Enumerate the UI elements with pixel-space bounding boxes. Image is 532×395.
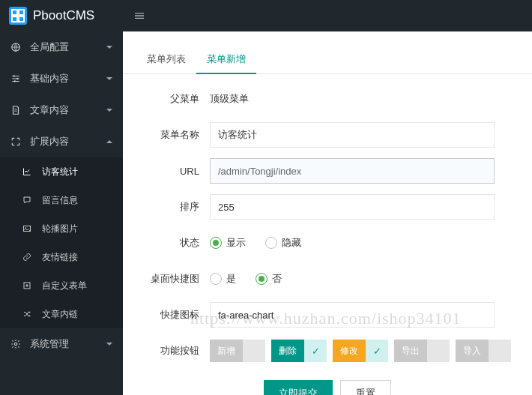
menu-name-input[interactable] (210, 122, 495, 148)
sidebar-item-basic-content[interactable]: 基础内容 (0, 63, 123, 94)
gear-icon (10, 339, 22, 349)
fn-import-toggle[interactable]: 导入 (456, 340, 511, 362)
status-show-radio[interactable]: 显示 (210, 236, 246, 250)
tab-menu-list[interactable]: 菜单列表 (136, 45, 196, 73)
sidebar-item-label: 文章内容 (30, 103, 69, 117)
radio-circle-icon (210, 273, 222, 285)
sidebar-item-label: 系统管理 (30, 337, 69, 351)
sidebar-item-custom-form[interactable]: 自定义表单 (0, 271, 123, 300)
document-icon (10, 105, 22, 115)
tab-menu-add[interactable]: 菜单新增 (196, 45, 256, 73)
icon-input[interactable] (210, 302, 495, 328)
fn-edit-toggle[interactable]: 修改 ✓ (333, 340, 388, 362)
svg-point-1 (13, 75, 15, 76)
check-off-icon (427, 340, 450, 362)
sidebar-item-extend-content[interactable]: 扩展内容 (0, 126, 123, 157)
chevron-down-icon (106, 46, 112, 49)
check-on-icon: ✓ (304, 340, 327, 362)
radio-circle-icon (210, 237, 222, 249)
check-off-icon (243, 340, 265, 362)
sliders-icon (10, 73, 22, 84)
sidebar-item-label: 全局配置 (30, 40, 69, 54)
menu-icon (133, 10, 145, 22)
sidebar-item-visitor-stats[interactable]: 访客统计 (0, 157, 123, 186)
svg-point-3 (14, 80, 16, 82)
submit-button[interactable]: 立即提交 (264, 380, 333, 395)
parent-menu-label: 父菜单 (136, 92, 210, 106)
chevron-down-icon (106, 343, 112, 346)
radio-circle-icon (256, 273, 267, 285)
parent-menu-value[interactable]: 顶级菜单 (210, 92, 519, 106)
reset-button[interactable]: 重置 (340, 380, 391, 395)
sort-input[interactable] (210, 194, 495, 220)
menu-toggle-button[interactable] (123, 0, 156, 31)
sidebar-item-label: 自定义表单 (42, 280, 87, 292)
fn-delete-toggle[interactable]: 删除 ✓ (271, 340, 327, 362)
sidebar-item-label: 扩展内容 (30, 135, 69, 148)
chevron-down-icon (106, 77, 112, 80)
sidebar: 全局配置 基础内容 文章内容 扩展内容 访客统计 留言信息 (0, 31, 123, 395)
svg-point-7 (14, 343, 17, 346)
sidebar-item-label: 轮播图片 (42, 223, 78, 235)
radio-circle-icon (265, 237, 277, 249)
sidebar-item-global-config[interactable]: 全局配置 (0, 31, 123, 63)
menu-name-label: 菜单名称 (136, 128, 210, 142)
shortcut-no-radio[interactable]: 否 (256, 272, 282, 286)
url-input[interactable] (210, 158, 495, 184)
sidebar-item-article-link[interactable]: 文章内链 (0, 300, 123, 328)
shortcut-yes-radio[interactable]: 是 (210, 272, 236, 286)
menu-form: 父菜单 顶级菜单 菜单名称 URL 排序 状态 显示 (123, 74, 532, 395)
sidebar-item-label: 友情链接 (42, 251, 78, 264)
fn-export-toggle[interactable]: 导出 (394, 340, 450, 362)
shortcut-label: 桌面快捷图 (136, 272, 210, 286)
sidebar-item-label: 基础内容 (30, 72, 69, 85)
fn-buttons-label: 功能按钮 (136, 344, 210, 358)
check-on-icon: ✓ (366, 340, 388, 362)
sidebar-item-label: 文章内链 (42, 308, 78, 321)
sidebar-item-message[interactable]: 留言信息 (0, 186, 123, 214)
sidebar-item-links[interactable]: 友情链接 (0, 243, 123, 271)
status-hide-radio[interactable]: 隐藏 (265, 236, 301, 250)
sidebar-submenu: 访客统计 留言信息 轮播图片 友情链接 自定义表单 文章内链 (0, 157, 123, 328)
url-label: URL (136, 166, 210, 177)
check-off-icon (489, 340, 511, 362)
brand-name: PbootCMS (33, 8, 94, 23)
chart-icon (22, 167, 34, 176)
svg-point-2 (16, 78, 18, 79)
status-label: 状态 (136, 236, 210, 250)
sidebar-item-system[interactable]: 系统管理 (0, 328, 123, 360)
sidebar-item-article-content[interactable]: 文章内容 (0, 94, 123, 126)
main-content: 菜单列表 菜单新增 父菜单 顶级菜单 菜单名称 URL 排序 状态 (123, 31, 532, 395)
chevron-down-icon (106, 109, 112, 112)
logo-icon (9, 7, 27, 25)
comment-icon (22, 196, 34, 205)
brand-logo: PbootCMS (0, 0, 123, 31)
sidebar-item-label: 访客统计 (42, 166, 78, 178)
fn-add-toggle[interactable]: 新增 (210, 340, 265, 362)
app-header: PbootCMS (0, 0, 532, 31)
link-icon (22, 253, 34, 262)
icon-label: 快捷图标 (136, 308, 210, 322)
image-icon (22, 224, 34, 233)
tabs: 菜单列表 菜单新增 (123, 45, 532, 74)
sidebar-item-carousel[interactable]: 轮播图片 (0, 214, 123, 243)
expand-icon (10, 136, 22, 147)
sidebar-item-label: 留言信息 (42, 194, 78, 207)
chevron-up-icon (106, 140, 112, 143)
shuffle-icon (22, 310, 34, 319)
plus-square-icon (22, 281, 34, 290)
globe-icon (10, 42, 22, 52)
sort-label: 排序 (136, 200, 210, 214)
